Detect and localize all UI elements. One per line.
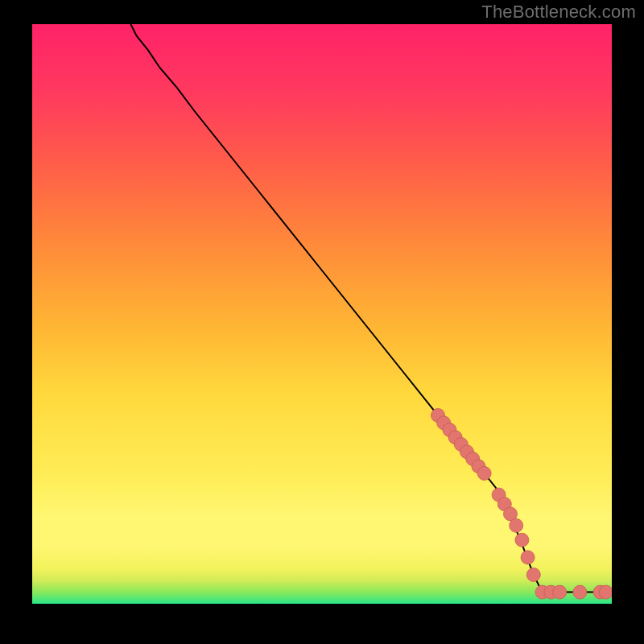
data-marker	[553, 585, 567, 599]
data-marker	[573, 585, 587, 599]
attribution-text: TheBottleneck.com	[481, 2, 636, 23]
chart-frame: TheBottleneck.com	[0, 0, 644, 644]
data-marker	[521, 551, 535, 564]
data-marker	[515, 533, 529, 547]
bottleneck-curve	[130, 24, 542, 592]
data-marker	[599, 585, 612, 599]
chart-svg	[32, 24, 612, 604]
data-marker	[477, 467, 491, 481]
data-markers	[431, 409, 613, 600]
plot-area	[32, 24, 612, 604]
data-marker	[510, 518, 523, 532]
data-marker	[526, 568, 540, 582]
